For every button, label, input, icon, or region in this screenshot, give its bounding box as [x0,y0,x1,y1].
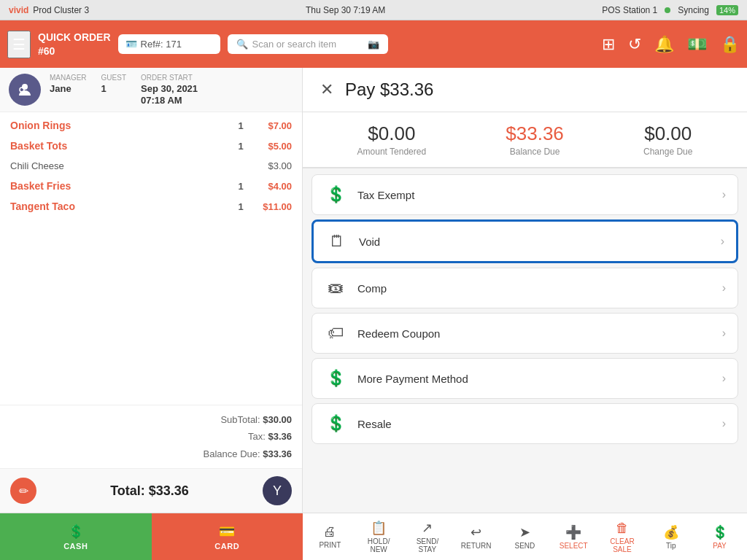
order-item[interactable]: Basket Tots 1 $5.00 [0,136,302,156]
item-price: $4.00 [252,181,292,192]
item-price: $11.00 [252,201,292,212]
order-item[interactable]: Chili Cheese $3.00 [0,156,302,176]
search-bar[interactable]: 🔍 Scan or search item 📷 [228,34,388,54]
balance-due-pay-label: Balance Due [506,147,564,157]
item-qty: 1 [230,201,252,212]
payment-option-more-payment[interactable]: 💲 More Payment Method › [311,358,738,399]
return-icon: ↩ [471,524,481,540]
select-button[interactable]: ➕ SELECT [557,524,589,550]
syncing-dot-icon [665,7,670,13]
change-due-label: Change Due [643,147,692,157]
cash-button[interactable]: 💲 CASH [0,513,152,560]
order-start-label: ORDER START [141,74,198,82]
guest-label: GUEST [101,74,126,82]
cash-icon: 💲 [68,524,85,540]
send-button[interactable]: ➤ SEND [508,524,541,550]
chevron-right-icon: › [721,235,724,248]
hold-new-button[interactable]: 📋 HOLD/NEW [363,520,395,553]
tip-button[interactable]: 💰 Tip [655,524,687,550]
order-meta: MANAGER Jane GUEST 1 ORDER START Sep 30,… [50,74,198,106]
camera-icon: 📷 [368,39,379,50]
payment-option-resale[interactable]: 💲 Resale › [311,403,738,444]
balance-due: $33.36 Balance Due [506,122,564,157]
order-start-time: 07:18 AM [141,95,198,106]
print-label: PRINT [319,541,341,549]
bell-icon[interactable]: 🔔 [654,35,674,54]
pay-button[interactable]: 💲 PAY [704,524,736,550]
cash-label: CASH [63,542,88,551]
payment-option-icon: 💲 [324,414,347,433]
money-icon[interactable]: 💵 [687,35,707,54]
return-button[interactable]: ↩ RETURN [460,524,492,550]
payment-option-redeem-coupon[interactable]: 🏷 Redeem Coupon › [311,313,738,354]
payment-option-label: Resale [357,418,712,430]
station-label: POS Station 1 [602,5,657,15]
order-footer: ✏ Total: $33.36 Y [0,468,302,513]
select-icon: ➕ [565,524,581,540]
subtotal-label: SubTotal: [220,414,260,425]
return-label: RETURN [461,542,492,550]
right-panel: ✕ Pay $33.36 $0.00 Amount Tendered $33.3… [303,68,747,513]
refresh-icon[interactable]: ↺ [628,35,641,54]
chevron-right-icon: › [722,372,726,385]
item-qty: 1 [230,181,252,192]
ref-value: Ref#: 171 [141,39,182,50]
chevron-right-icon: › [722,327,726,340]
item-qty: 1 [230,120,252,131]
tax-value: $3.36 [268,431,292,442]
clear-sale-button[interactable]: 🗑 CLEARSALE [606,521,638,553]
payment-option-icon: 💲 [324,185,347,204]
order-item[interactable]: Basket Fries 1 $4.00 [0,176,302,196]
main-content: MANAGER Jane GUEST 1 ORDER START Sep 30,… [0,68,747,513]
order-title: QUICK ORDER #60 [38,31,111,57]
search-icon: 🔍 [236,39,248,50]
item-name: Basket Fries [10,180,230,192]
order-item[interactable]: Onion Rings 1 $7.00 [0,115,302,136]
order-start-date: Sep 30, 2021 [141,83,198,94]
item-name: Tangent Taco [10,201,230,212]
item-price: $3.00 [252,160,292,171]
clear-sale-icon: 🗑 [616,521,629,536]
item-price: $7.00 [252,120,292,131]
pay-header: ✕ Pay $33.36 [303,68,747,112]
loyalty-button[interactable]: Y [263,476,292,505]
select-label: SELECT [560,542,588,550]
payment-option-void[interactable]: 🗒 Void › [311,219,738,263]
hamburger-button[interactable]: ☰ [7,31,31,58]
order-start-info: ORDER START Sep 30, 2021 07:18 AM [141,74,198,106]
pay-amounts: $0.00 Amount Tendered $33.36 Balance Due… [303,112,747,168]
order-items-list: Onion Rings 1 $7.00 Basket Tots 1 $5.00 … [0,112,302,405]
cluster-label: Prod Cluster 3 [33,5,89,15]
ref-input[interactable]: 🪪 Ref#: 171 [118,34,220,54]
payment-option-label: More Payment Method [357,373,712,385]
payment-options-list: 💲 Tax Exempt › 🗒 Void › 🎟 Comp › 🏷 Redee… [303,168,747,513]
chevron-right-icon: › [722,417,726,430]
payment-option-comp[interactable]: 🎟 Comp › [311,268,738,308]
order-item[interactable]: Tangent Taco 1 $11.00 [0,196,302,217]
header: ☰ QUICK ORDER #60 🪪 Ref#: 171 🔍 Scan or … [0,20,747,68]
bottom-left-buttons: 💲 CASH 💳 CARD [0,513,303,560]
bottom-action-buttons: 🖨 PRINT 📋 HOLD/NEW ↗ SEND/STAY ↩ RETURN … [303,513,747,560]
lock-icon[interactable]: 🔒 [720,35,740,54]
item-name: Chili Cheese [10,160,230,171]
payment-option-icon: 🗒 [325,232,349,251]
payment-option-icon: 🎟 [324,279,347,298]
battery-label: 14% [716,5,738,15]
layers-icon[interactable]: ⊞ [602,35,615,54]
bottom-bar: 💲 CASH 💳 CARD 🖨 PRINT 📋 HOLD/NEW ↗ SEND/… [0,513,747,560]
top-bar-right: POS Station 1 Syncing 14% [602,5,738,15]
payment-option-tax-exempt[interactable]: 💲 Tax Exempt › [311,174,738,215]
print-icon: 🖨 [323,524,336,540]
send-stay-button[interactable]: ↗ SEND/STAY [411,520,444,553]
syncing-label: Syncing [678,5,709,15]
print-button[interactable]: 🖨 PRINT [314,524,346,549]
amount-tendered-value: $0.00 [357,122,427,145]
edit-order-button[interactable]: ✏ [10,478,36,504]
brand-label: vivid [9,5,28,15]
header-icons: ⊞ ↺ 🔔 💵 🔒 [602,35,740,54]
item-name: Onion Rings [10,120,230,131]
amount-tendered: $0.00 Amount Tendered [357,122,427,157]
pay-label: PAY [713,542,727,550]
card-button[interactable]: 💳 CARD [152,513,303,560]
close-pay-button[interactable]: ✕ [320,80,333,99]
